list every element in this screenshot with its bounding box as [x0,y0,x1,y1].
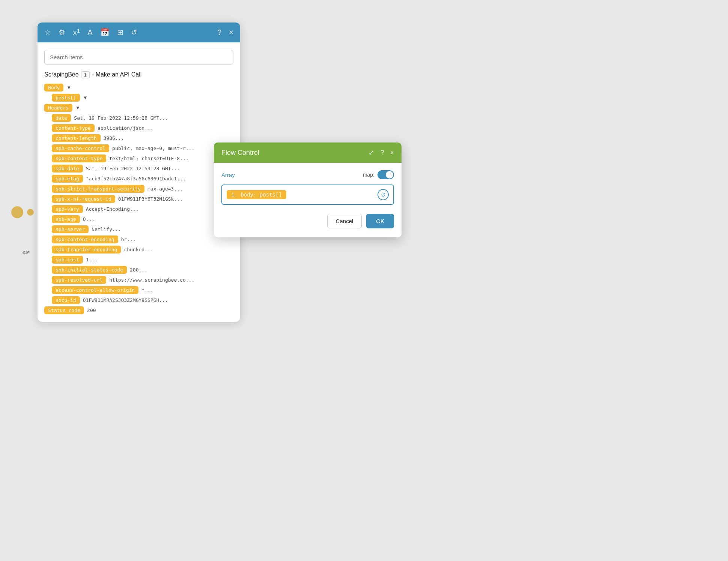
item-tag[interactable]: content-length [52,134,101,142]
item-value: 01FW911MRA2SJQ3Z2MGY9SSPGH... [83,297,168,303]
item-tag[interactable]: sozu-id [52,296,80,304]
item-tag[interactable]: spb-strict-transport-security [52,185,144,193]
list-item: content-length3986... [44,134,233,142]
item-value: "acb3f52cb247a8f3a56c68691badc1... [86,176,186,182]
cancel-button[interactable]: Cancel [327,214,362,228]
settings-icon[interactable]: ⚙ [59,28,65,37]
expand-icon[interactable]: ⤢ [369,148,374,157]
map-toggle[interactable] [378,170,394,179]
dot-small-1 [27,209,34,216]
list-item: spb-x-nf-request-id01FW911P3Y6T32N1GSk..… [44,195,233,203]
dialog-header: Flow Control ⤢ ? × [214,142,402,163]
item-tag[interactable]: spb-initial-status-code [52,266,127,274]
input-tag[interactable]: 1. body: posts[] [227,190,286,199]
ok-button[interactable]: OK [366,214,394,228]
item-tag[interactable]: spb-content-encoding [52,236,118,243]
item-tag[interactable]: spb-x-nf-request-id [52,195,115,203]
list-item: Status code200 [44,306,233,314]
dot-large [11,206,23,218]
item-tag[interactable]: spb-resolved-url [52,276,106,284]
list-item: posts[]▼ [44,94,233,102]
item-tag[interactable]: Headers [44,104,72,112]
dialog-body: Array map: 1. body: posts[] ↺ Cancel OK [214,163,402,237]
list-item: spb-serverNetlify... [44,225,233,233]
item-value: chunked... [124,247,153,252]
item-value: https://www.scrapingbee.co... [109,277,194,283]
list-item: spb-dateSat, 19 Feb 2022 12:59:28 GMT... [44,165,233,172]
list-item: spb-strict-transport-securitymax-age=3..… [44,185,233,193]
item-value: Sat, 19 Feb 2022 12:59:28 GMT... [74,115,168,121]
item-tag[interactable]: content-type [52,124,95,132]
item-value: 0... [83,216,95,222]
item-tag[interactable]: spb-transfer-encoding [52,246,121,254]
pencil-icon: ✏ [21,247,32,259]
list-item: spb-cost1... [44,256,233,264]
list-item: spb-content-encodingbr... [44,236,233,243]
item-value: 200 [87,308,96,313]
help-icon[interactable]: ? [217,28,221,37]
dialog-help-icon[interactable]: ? [380,149,384,157]
node-number: 1 [81,71,90,78]
list-item: access-control-allow-origin*... [44,286,233,294]
item-value: public, max-age=0, must-r... [112,146,194,151]
flow-control-dialog: Flow Control ⤢ ? × Array map: 1. body: p… [214,142,402,237]
panel-content: ScrapingBee 1 - Make an API Call Body▼po… [38,42,240,322]
refresh-input-icon[interactable]: ↺ [378,189,389,200]
list-item: spb-etag"acb3f52cb247a8f3a56c68691badc1.… [44,175,233,183]
item-value: text/html; charset=UTF-8... [109,156,188,161]
item-tag[interactable]: posts[] [52,94,80,102]
item-value: 01FW911P3Y6T32N1GSk... [118,196,183,202]
item-tag[interactable]: spb-age [52,215,80,223]
dialog-array-row: Array map: [221,170,394,179]
tag-arrow-icon[interactable]: ▼ [66,85,71,90]
tag-arrow-icon[interactable]: ▼ [83,95,88,100]
array-input-area[interactable]: 1. body: posts[] ↺ [221,184,394,205]
item-tag[interactable]: spb-server [52,225,89,233]
item-tag[interactable]: spb-date [52,165,83,172]
item-tag[interactable]: date [52,114,71,122]
superscript-icon[interactable]: X1 [73,28,80,37]
toggle-knob [386,171,393,178]
item-tag[interactable]: access-control-allow-origin [52,286,138,294]
item-value: 200... [130,267,147,273]
table-icon[interactable]: ⊞ [117,28,123,37]
item-tag[interactable]: spb-content-type [52,154,106,162]
item-value: Sat, 19 Feb 2022 12:59:28 GMT... [86,166,180,171]
close-panel-icon[interactable]: × [229,28,233,37]
item-tag[interactable]: spb-etag [52,175,83,183]
dialog-header-icons: ⤢ ? × [369,148,394,157]
list-item: spb-cache-controlpublic, max-age=0, must… [44,144,233,152]
item-value: Accept-Encoding... [86,206,139,212]
panel-toolbar: ☆ ⚙ X1 A 📅 ⊞ ↺ ? × [38,22,240,42]
item-tag[interactable]: spb-vary [52,205,83,213]
item-tag[interactable]: Status code [44,306,84,314]
star-icon[interactable]: ☆ [44,28,51,37]
search-input[interactable] [44,50,233,64]
list-item: spb-initial-status-code200... [44,266,233,274]
items-list: Body▼posts[]▼Headers▼dateSat, 19 Feb 202… [44,84,233,314]
refresh-toolbar-icon[interactable]: ↺ [131,28,137,37]
left-panel: ☆ ⚙ X1 A 📅 ⊞ ↺ ? × ScrapingBee 1 - Make … [38,22,240,322]
list-item: spb-content-typetext/html; charset=UTF-8… [44,154,233,162]
item-value: 3986... [104,135,124,141]
list-item: spb-transfer-encodingchunked... [44,246,233,254]
list-item: content-typeapplication/json... [44,124,233,132]
dialog-footer: Cancel OK [221,212,394,228]
list-item: Headers▼ [44,104,233,112]
item-tag[interactable]: spb-cache-control [52,144,109,152]
item-value: Netlify... [92,226,121,232]
font-icon[interactable]: A [87,28,92,37]
panel-title-suffix: - Make an API Call [92,71,142,78]
item-tag[interactable]: Body [44,84,63,92]
item-tag[interactable]: spb-cost [52,256,83,264]
array-label: Array [221,172,235,178]
list-item: spb-varyAccept-Encoding... [44,205,233,213]
map-text: map: [363,172,375,178]
list-item: spb-resolved-urlhttps://www.scrapingbee.… [44,276,233,284]
item-value: max-age=3... [147,186,183,192]
list-item: sozu-id01FW911MRA2SJQ3Z2MGY9SSPGH... [44,296,233,304]
calendar-icon[interactable]: 📅 [100,28,110,37]
dialog-close-icon[interactable]: × [390,149,394,157]
tag-arrow-icon[interactable]: ▼ [75,105,80,111]
map-row: map: [363,170,394,179]
